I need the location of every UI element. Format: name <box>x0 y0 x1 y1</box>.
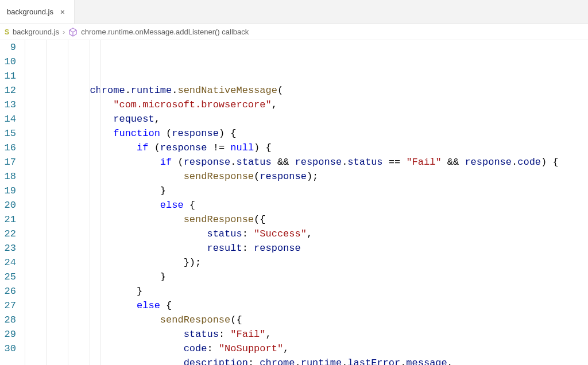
code-line[interactable]: } <box>20 284 588 298</box>
js-file-icon: S <box>5 28 9 36</box>
code-editor[interactable]: 9101112131415161718192021222324252627282… <box>0 40 588 365</box>
code-line[interactable]: if (response.status && response.status =… <box>20 155 588 169</box>
code-line[interactable]: else { <box>20 298 588 313</box>
code-line[interactable]: description: chrome.runtime.lastError.me… <box>20 356 588 365</box>
line-number: 28 <box>0 313 16 327</box>
line-number: 21 <box>0 212 16 227</box>
code-line[interactable]: } <box>20 270 588 284</box>
tab-label: background.js <box>7 7 53 16</box>
line-number: 12 <box>0 83 16 98</box>
code-line[interactable]: code: "NoSupport", <box>20 341 588 356</box>
line-number: 26 <box>0 284 16 298</box>
line-number: 15 <box>0 126 16 141</box>
line-number: 18 <box>0 169 16 184</box>
line-number: 25 <box>0 270 16 284</box>
code-content[interactable]: chrome.runtime.sendNativeMessage( "com.m… <box>20 40 588 365</box>
line-number: 10 <box>0 55 16 69</box>
line-number: 29 <box>0 327 16 341</box>
chevron-right-icon: › <box>63 28 65 36</box>
code-line[interactable]: if (response != null) { <box>20 141 588 155</box>
code-line[interactable]: status: "Fail", <box>20 327 588 341</box>
code-line[interactable]: "com.microsoft.browsercore", <box>20 98 588 112</box>
line-number: 9 <box>0 40 16 55</box>
breadcrumb-symbol[interactable]: chrome.runtime.onMessage.addListener() c… <box>81 28 249 36</box>
code-line[interactable]: result: response <box>20 241 588 255</box>
editor-tabbar: background.js × <box>0 0 588 24</box>
line-number: 22 <box>0 227 16 241</box>
code-line[interactable]: }); <box>20 255 588 270</box>
code-line[interactable]: } <box>20 184 588 198</box>
tab-background-js[interactable]: background.js × <box>0 0 75 24</box>
line-number: 11 <box>0 69 16 83</box>
line-number: 24 <box>0 255 16 270</box>
line-number: 27 <box>0 298 16 313</box>
breadcrumb: S background.js › chrome.runtime.onMessa… <box>0 24 588 40</box>
line-number: 19 <box>0 184 16 198</box>
line-number: 16 <box>0 141 16 155</box>
code-line[interactable]: function (response) { <box>20 126 588 141</box>
code-line[interactable]: status: "Success", <box>20 227 588 241</box>
line-number: 30 <box>0 341 16 356</box>
code-line[interactable]: chrome.runtime.sendNativeMessage( <box>20 83 588 98</box>
line-number: 20 <box>0 198 16 212</box>
code-line[interactable]: sendResponse({ <box>20 313 588 327</box>
method-icon <box>68 28 78 37</box>
line-number: 13 <box>0 98 16 112</box>
code-line[interactable]: sendResponse(response); <box>20 169 588 184</box>
code-line[interactable]: else { <box>20 198 588 212</box>
code-line[interactable]: sendResponse({ <box>20 212 588 227</box>
breadcrumb-file[interactable]: background.js <box>13 28 59 36</box>
line-number: 14 <box>0 112 16 126</box>
line-number: 17 <box>0 155 16 169</box>
close-icon[interactable]: × <box>58 7 67 17</box>
line-number: 23 <box>0 241 16 255</box>
line-number-gutter: 9101112131415161718192021222324252627282… <box>0 40 20 365</box>
code-line[interactable]: request, <box>20 112 588 126</box>
